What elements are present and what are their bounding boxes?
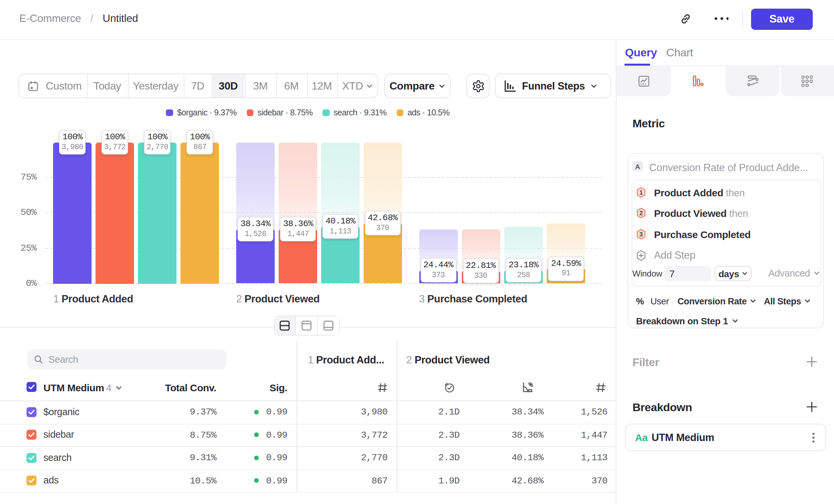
svg-text:1: 1	[640, 189, 643, 196]
svg-text:2: 2	[640, 210, 643, 217]
svg-text:3: 3	[640, 231, 643, 238]
